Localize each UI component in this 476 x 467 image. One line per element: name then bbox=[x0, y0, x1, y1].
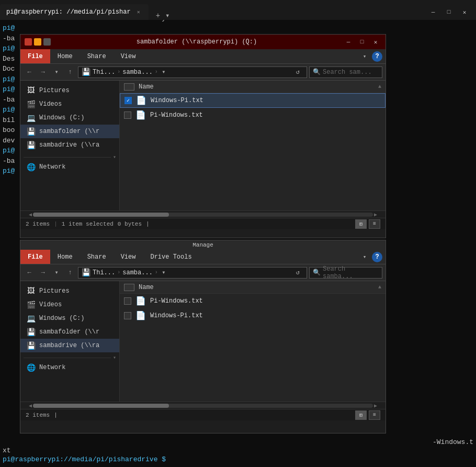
titlebar-icons-1 bbox=[25, 38, 51, 46]
column-name-2[interactable]: Name bbox=[139, 284, 154, 291]
statusbar-right-2: ⊞ ≡ bbox=[355, 410, 380, 420]
sidebar-collapse-button-1[interactable]: ▾ bbox=[111, 154, 116, 160]
scroll-right-button-2[interactable]: ▶ bbox=[373, 403, 378, 409]
sidebar-label-videos-1: Videos bbox=[39, 101, 62, 108]
file-item-1[interactable]: ✓ 📄 Windows-Pi.txt bbox=[120, 93, 386, 108]
sidebar-item-sambadrive-2[interactable]: 💾 sambadrive (\\ra bbox=[20, 339, 119, 352]
list-view-button-1[interactable]: ≡ bbox=[369, 219, 380, 229]
sidebar-item-sambafolder-1[interactable]: 💾 sambafolder (\\r bbox=[20, 125, 119, 138]
close-button[interactable]: ✕ bbox=[457, 6, 472, 18]
sidebar-item-videos-1[interactable]: 🎬 Videos bbox=[20, 97, 119, 111]
column-name-1[interactable]: Name bbox=[139, 83, 154, 91]
explorer-body-1: 🖼 Pictures 🎬 Videos 💻 Windows (C:) 💾 sam… bbox=[20, 81, 386, 210]
addressbar-1: ← → ▾ ↑ 💾 Thi... › samba... › ▾ ↺ 🔍 Sear… bbox=[20, 64, 386, 81]
search-icon-2: 🔍 bbox=[313, 269, 321, 276]
sidebar-label-windows-c-1: Windows (C:) bbox=[39, 114, 84, 121]
ribbon-tab-file-2[interactable]: File bbox=[20, 250, 50, 264]
sidebar-item-sambafolder-2[interactable]: 💾 sambafolder (\\r bbox=[20, 325, 119, 339]
details-view-button-1[interactable]: ⊞ bbox=[355, 219, 367, 229]
recent-locations-button-1[interactable]: ▾ bbox=[51, 66, 62, 78]
file-item-2-2[interactable]: 📄 Windows-Pi.txt bbox=[120, 308, 386, 323]
sidebar-item-windows-c-2[interactable]: 💻 Windows (C:) bbox=[20, 312, 119, 325]
file-item-2-1[interactable]: 📄 Pi-Windows.txt bbox=[120, 294, 386, 308]
header-checkbox-2[interactable] bbox=[124, 284, 134, 291]
ribbon-tab-home-2[interactable]: Home bbox=[50, 250, 80, 264]
sambadrive-icon: 💾 bbox=[27, 141, 35, 149]
forward-button-1[interactable]: → bbox=[37, 66, 49, 78]
file-list-scroll-up-1[interactable]: ▲ bbox=[378, 84, 381, 90]
ribbon-collapse-button-1[interactable]: ▾ bbox=[359, 51, 370, 62]
sidebar-divider-2 bbox=[24, 358, 111, 358]
sidebar-item-videos-2[interactable]: 🎬 Videos bbox=[20, 298, 119, 312]
h-scrollbar-1: ◀ ▶ bbox=[20, 210, 386, 218]
ribbon-tab-file-1[interactable]: File bbox=[20, 49, 50, 63]
file-checkbox-2-1[interactable] bbox=[124, 297, 131, 305]
path-dropdown-button-1[interactable]: ▾ bbox=[160, 66, 167, 78]
file-checkbox-2[interactable] bbox=[124, 112, 131, 119]
network-icon-1: 🌐 bbox=[27, 163, 35, 171]
scroll-left-button-2[interactable]: ◀ bbox=[28, 403, 33, 409]
back-button-2[interactable]: ← bbox=[24, 267, 35, 279]
explorer-minimize-button-1[interactable]: — bbox=[343, 37, 354, 47]
refresh-button-1[interactable]: ↺ bbox=[292, 66, 303, 78]
tab-chevron-button[interactable]: ▾ bbox=[165, 11, 169, 20]
ribbon-tab-share-1[interactable]: Share bbox=[80, 49, 114, 63]
tab-close-button[interactable]: ✕ bbox=[135, 8, 142, 16]
h-scroll-track-2[interactable] bbox=[33, 404, 373, 408]
address-path-2[interactable]: 💾 Thi... › samba... › ▾ ↺ bbox=[78, 267, 307, 279]
back-button-1[interactable]: ← bbox=[24, 66, 35, 78]
sidebar-item-pictures-2[interactable]: 🖼 Pictures bbox=[20, 284, 119, 298]
explorer-close-button-1[interactable]: ✕ bbox=[370, 37, 381, 47]
terminal-tab[interactable]: pi@raspberrypi: //media/pi/pishar ✕ bbox=[0, 4, 149, 20]
ribbon-tab-home-1[interactable]: Home bbox=[50, 49, 80, 63]
sidebar-item-pictures-1[interactable]: 🖼 Pictures bbox=[20, 84, 119, 97]
file-checkbox-2-2[interactable] bbox=[124, 312, 131, 319]
scroll-left-button-1[interactable]: ◀ bbox=[28, 212, 33, 218]
sidebar-collapse-button-2[interactable]: ▾ bbox=[111, 354, 116, 361]
windows-c-icon-2: 💻 bbox=[27, 314, 35, 323]
details-view-button-2[interactable]: ⊞ bbox=[355, 410, 367, 420]
file-icon-2-2: 📄 bbox=[135, 310, 146, 321]
path-part-2: samba... bbox=[122, 69, 153, 76]
file-icon-2: 📄 bbox=[135, 110, 146, 120]
maximize-button[interactable]: □ bbox=[441, 6, 456, 18]
sidebar-item-sambadrive-1[interactable]: 💾 sambadrive (\\ra bbox=[20, 138, 119, 152]
ribbon-tab-share-2[interactable]: Share bbox=[80, 250, 114, 264]
search-box-2[interactable]: 🔍 Search samba... bbox=[309, 267, 382, 279]
explorer-maximize-button-1[interactable]: □ bbox=[356, 37, 368, 47]
sidebar-label-network-2: Network bbox=[39, 364, 65, 371]
statusbar-2: 2 items | ⊞ ≡ bbox=[20, 409, 386, 420]
header-checkbox-1[interactable] bbox=[124, 83, 134, 91]
file-list-scroll-up-2[interactable]: ▲ bbox=[378, 284, 381, 290]
path-dropdown-button-2[interactable]: ▾ bbox=[160, 267, 167, 279]
sidebar-scroll-down-1: ▾ bbox=[20, 152, 119, 160]
minimize-button[interactable]: — bbox=[426, 6, 440, 18]
ribbon-collapse-button-2[interactable]: ▾ bbox=[359, 252, 370, 262]
items-count-1: 2 items bbox=[26, 221, 50, 227]
file-item-2[interactable]: 📄 Pi-Windows.txt bbox=[120, 108, 386, 123]
ribbon-help-button-1[interactable]: ? bbox=[372, 51, 382, 62]
ribbon-tab-view-2[interactable]: View bbox=[114, 250, 143, 264]
recent-locations-button-2[interactable]: ▾ bbox=[51, 267, 62, 279]
file-checkbox-1[interactable]: ✓ bbox=[124, 97, 132, 104]
h-scroll-thumb-2 bbox=[33, 404, 169, 408]
ribbon-help-button-2[interactable]: ? bbox=[372, 252, 382, 262]
sidebar-item-windows-c-1[interactable]: 💻 Windows (C:) bbox=[20, 111, 119, 125]
sidebar-label-videos-2: Videos bbox=[39, 301, 62, 308]
sidebar-item-network-1[interactable]: 🌐 Network bbox=[20, 160, 119, 174]
ribbon-tab-view-1[interactable]: View bbox=[114, 49, 143, 63]
sidebar-item-network-2[interactable]: 🌐 Network bbox=[20, 361, 119, 374]
h-scroll-track-1[interactable] bbox=[33, 213, 373, 217]
refresh-button-2[interactable]: ↺ bbox=[292, 267, 303, 279]
new-tab-button[interactable]: + bbox=[153, 12, 163, 20]
up-button-1[interactable]: ↑ bbox=[64, 66, 76, 78]
ribbon-tab-drivetools-2[interactable]: Drive Tools bbox=[143, 250, 199, 264]
file-name-1: Windows-Pi.txt bbox=[151, 97, 203, 104]
sidebar-1: 🖼 Pictures 🎬 Videos 💻 Windows (C:) 💾 sam… bbox=[20, 81, 120, 210]
forward-button-2[interactable]: → bbox=[37, 267, 49, 279]
scroll-right-button-1[interactable]: ▶ bbox=[373, 212, 378, 218]
search-box-1[interactable]: 🔍 Search sam... bbox=[309, 66, 382, 78]
up-button-2[interactable]: ↑ bbox=[64, 267, 76, 279]
address-path-1[interactable]: 💾 Thi... › samba... › ▾ ↺ bbox=[78, 66, 307, 78]
list-view-button-2[interactable]: ≡ bbox=[369, 410, 380, 420]
